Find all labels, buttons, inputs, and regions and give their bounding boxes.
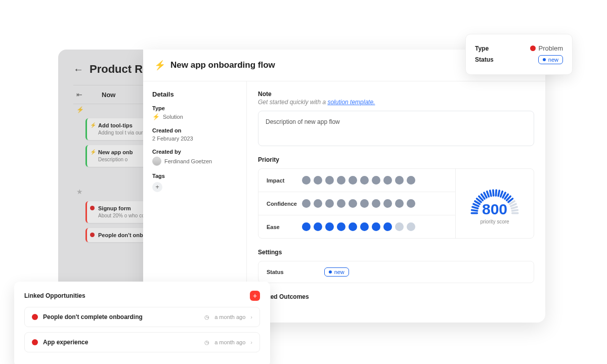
tags-label: Tags (152, 173, 237, 179)
impact-label: Impact (267, 177, 302, 184)
clock-icon: ◷ (204, 314, 209, 321)
lightning-icon: ⚡ (152, 113, 160, 120)
add-opportunity-button[interactable]: + (250, 291, 260, 301)
chevron-right-icon: › (250, 314, 252, 320)
problem-icon (32, 339, 38, 345)
settings-heading: Settings (258, 249, 534, 256)
created-by-value: Ferdinand Goetzen (152, 157, 237, 166)
created-by-name: Ferdinand Goetzen (164, 158, 212, 164)
priority-heading: Priority (258, 156, 534, 163)
opportunity-title: App experience (43, 339, 88, 346)
opportunity-time: a month ago (214, 314, 245, 320)
note-hint-text: Get started quickly with a (258, 99, 327, 106)
svg-line-9 (487, 192, 489, 197)
lightning-icon: ⚡ (154, 60, 165, 71)
confidence-dots[interactable] (302, 199, 415, 208)
chevron-right-icon: › (250, 339, 252, 345)
panel-main: Note Get started quickly with a solution… (247, 81, 545, 323)
note-hint: Get started quickly with a solution temp… (258, 99, 534, 106)
svg-line-15 (503, 193, 505, 198)
created-by-label: Created by (152, 149, 237, 155)
ease-dots[interactable] (302, 222, 415, 231)
settings-row: Status new (258, 261, 534, 283)
linked-opportunities-heading: Linked Opportunities (24, 292, 85, 299)
gauge-icon: 800 (465, 185, 524, 217)
note-label: Note (258, 90, 534, 98)
panel-title: New app onboarding flow (170, 60, 275, 70)
created-on-label: Created on (152, 127, 237, 133)
description-input[interactable]: Description of new app flow (258, 111, 534, 146)
type-value: ⚡ Solution (152, 113, 237, 120)
opportunity-item[interactable]: App experience ◷ a month ago › (24, 332, 260, 352)
gauge-value: 800 (465, 201, 524, 218)
svg-line-13 (498, 191, 499, 196)
float-status-pill[interactable]: new (538, 55, 563, 64)
avatar (152, 157, 161, 166)
linked-opportunities-panel: Linked Opportunities + People don't comp… (14, 282, 270, 364)
ease-label: Ease (267, 224, 302, 230)
svg-line-12 (496, 190, 496, 196)
details-heading: Details (152, 90, 237, 98)
svg-line-11 (493, 190, 494, 196)
impact-row: Impact (258, 169, 455, 192)
opportunity-time: a month ago (214, 339, 245, 345)
opportunity-item[interactable]: People don't complete onboarding ◷ a mon… (24, 307, 260, 327)
type-text: Solution (163, 114, 183, 120)
confidence-row: Confidence (258, 192, 455, 215)
svg-line-10 (490, 191, 491, 196)
priority-gauge: 800 priority score (455, 169, 534, 238)
status-label: Status (267, 269, 284, 275)
float-status-text: new (548, 57, 558, 63)
confidence-label: Confidence (267, 201, 302, 207)
clock-icon: ◷ (204, 339, 209, 346)
problem-icon (530, 46, 536, 51)
solution-template-link[interactable]: solution template. (327, 99, 375, 106)
priority-grid: Impact Confidence Ease (258, 168, 534, 239)
type-status-card: Type Problem Status new (465, 34, 573, 75)
add-tag-button[interactable]: + (152, 182, 162, 192)
float-type-label: Type (475, 45, 489, 52)
dot-icon (543, 58, 546, 61)
linked-outcomes-heading: Linked Outcomes (258, 293, 534, 300)
svg-line-8 (484, 193, 487, 198)
dot-icon (329, 270, 332, 274)
ease-row: Ease (258, 215, 455, 238)
type-label: Type (152, 105, 237, 111)
gauge-caption: priority score (480, 219, 509, 224)
float-type-text: Problem (539, 44, 563, 52)
problem-icon (32, 314, 38, 320)
float-status-label: Status (475, 56, 494, 63)
status-value: new (334, 269, 344, 275)
status-pill[interactable]: new (324, 267, 349, 277)
opportunity-title: People don't complete onboarding (43, 313, 143, 321)
float-type-value: Problem (530, 44, 563, 52)
svg-line-14 (501, 192, 503, 197)
impact-dots[interactable] (302, 176, 415, 185)
created-on-value: 2 February 2023 (152, 135, 237, 142)
